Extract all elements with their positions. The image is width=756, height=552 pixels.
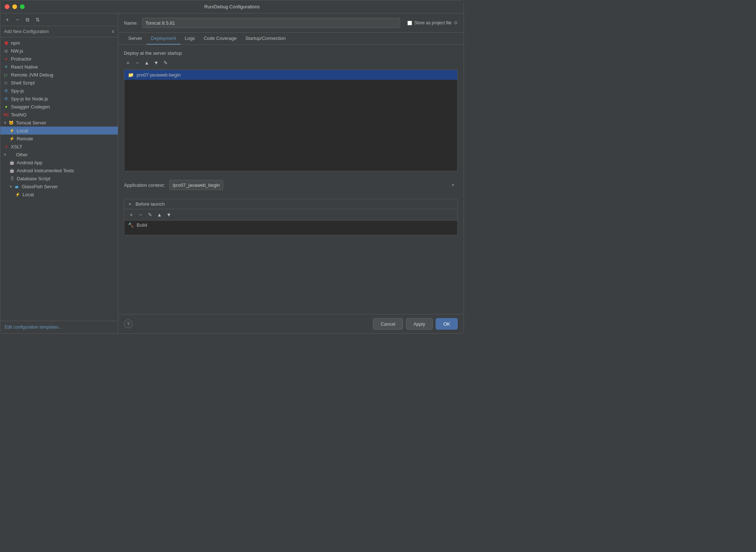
tree-item-label: React Native [11,64,38,70]
deploy-add-btn[interactable]: + [124,59,132,67]
tree-item-nwjs[interactable]: ◎ NW.js [0,47,118,55]
expand-arrow: ▼ [3,153,7,157]
bl-item-build[interactable]: 🔨 Build [124,221,457,230]
deploy-item-pro07[interactable]: 📁 pro07-javaweb-begin [124,70,457,80]
bl-edit-icon: ✎ [148,212,152,218]
tree-item-other[interactable]: ▼ Other [0,151,118,158]
bl-add-btn[interactable]: + [127,211,135,219]
config-tree: ▣ npm ◎ NW.js ● Protractor ⚛ React Nativ… [0,37,118,321]
tree-item-spy-js-node[interactable]: ⚙ Spy-js for Node.js [0,95,118,103]
tab-server[interactable]: Server [124,33,146,45]
deployment-panel: Deploy at the server startup + − ▲ ▼ [118,45,464,314]
left-toolbar: + − ⧉ ⇅ [0,13,118,26]
deploy-remove-icon: − [136,60,139,66]
window-title: Run/Debug Configurations [204,4,259,9]
bottom-bar: ? Cancel Apply OK [118,314,464,333]
store-project-checkbox[interactable] [407,21,412,25]
tab-code-coverage[interactable]: Code Coverage [199,33,241,45]
filter-icon[interactable]: ≡ [112,29,114,34]
deploy-list: 📁 pro07-javaweb-begin [124,70,458,171]
swagger-icon: ● [3,104,9,110]
tree-item-label: Local [17,128,28,133]
tree-item-npm[interactable]: ▣ npm [0,39,118,47]
tree-item-swagger[interactable]: ● Swagger Codegen [0,103,118,111]
tree-item-label: Spy-js for Node.js [11,96,48,102]
deploy-edit-btn[interactable]: ✎ [162,59,170,67]
tree-item-label: Local [22,192,34,197]
titlebar: Run/Debug Configurations [0,0,464,13]
tab-code-coverage-label: Code Coverage [204,36,237,41]
deploy-section: Deploy at the server startup + − ▲ ▼ [124,50,458,171]
tree-item-label: Android Instrumented Tests [17,168,74,173]
tab-deployment[interactable]: Deployment [146,33,180,45]
action-buttons: Cancel Apply OK [373,318,458,330]
apply-button[interactable]: Apply [406,318,433,330]
deploy-toolbar: + − ▲ ▼ ✎ [124,59,458,67]
bl-remove-icon: − [139,212,142,218]
tree-item-label: Swagger Codegen [11,104,50,110]
deploy-up-btn[interactable]: ▲ [143,59,151,67]
deploy-down-btn[interactable]: ▼ [152,59,160,67]
tree-item-xslt[interactable]: ✕ XSLT [0,143,118,151]
tree-item-android-inst[interactable]: 🤖 Android Instrumented Tests [0,166,118,174]
react-icon: ⚛ [3,64,9,70]
close-button[interactable] [5,4,9,9]
tree-item-testng[interactable]: NG TestNG [0,111,118,119]
tree-item-label: npm [11,40,20,46]
app-context-row: Application context: /pro07_javaweb_begi… [124,177,458,193]
before-launch-arrow-icon: ▼ [128,202,132,206]
tree-item-protractor[interactable]: ● Protractor [0,55,118,63]
tree-item-remote-jvm[interactable]: ▷ Remote JVM Debug [0,71,118,79]
copy-config-button[interactable]: ⧉ [24,16,32,24]
tree-item-shell-script[interactable]: ▷ Shell Script [0,79,118,87]
tab-startup[interactable]: Startup/Connection [241,33,290,45]
edit-templates-link[interactable]: Edit configuration templates... [0,321,118,333]
deploy-up-icon: ▲ [144,60,149,66]
tree-item-label: Database Script [17,176,50,181]
deploy-remove-btn[interactable]: − [133,59,141,67]
remove-config-button[interactable]: − [13,16,21,24]
bl-edit-btn[interactable]: ✎ [146,211,154,219]
nwjs-icon: ◎ [3,48,9,54]
add-config-button[interactable]: + [3,16,11,24]
tree-item-tomcat-server[interactable]: ▼ 🐱 Tomcat Server [0,119,118,127]
tree-item-spy-js[interactable]: ⚙ Spy-js [0,87,118,95]
app-context-label: Application context: [124,182,165,188]
bl-item-label: Build [137,222,147,228]
xslt-icon: ✕ [3,144,9,149]
app-context-select[interactable]: /pro07_javaweb_begin [169,180,223,190]
bl-up-btn[interactable]: ▲ [155,211,163,219]
deploy-add-icon: + [126,60,129,66]
tab-startup-label: Startup/Connection [245,36,286,41]
tree-item-android-app[interactable]: 🤖 Android App [0,158,118,166]
tree-item-react-native[interactable]: ⚛ React Native [0,63,118,71]
tree-item-local[interactable]: ⚡ Local [0,127,118,135]
tab-server-label: Server [128,36,142,41]
before-launch-header[interactable]: ▼ Before launch [124,199,457,209]
window-controls [5,4,25,9]
sort-config-button[interactable]: ⇅ [34,16,42,24]
deploy-edit-icon: ✎ [163,60,168,66]
right-panel: Name: Store as project file ⚙ Server Dep… [118,13,464,333]
store-project-option: Store as project file ⚙ [407,20,458,25]
tree-item-glassfish[interactable]: ▼ 🐟 GlassFish Server [0,182,118,190]
glassfish-local-icon: ⚡ [15,191,21,197]
tab-logs[interactable]: Logs [180,33,199,45]
config-header: Add New Configuration ≡ [0,26,118,37]
cancel-button[interactable]: Cancel [373,318,403,330]
tree-item-label: XSLT [11,144,22,149]
db-icon: 🗄 [9,176,15,181]
config-header-title: Add New Configuration [4,29,49,34]
settings-gear-icon[interactable]: ⚙ [454,20,458,25]
minimize-button[interactable] [12,4,17,9]
help-button[interactable]: ? [124,320,133,328]
tree-item-remote[interactable]: ⚡ Remote [0,135,118,143]
ok-button[interactable]: OK [436,318,458,330]
tree-item-database-script[interactable]: 🗄 Database Script [0,174,118,182]
tree-item-glassfish-local[interactable]: ⚡ Local [0,190,118,198]
maximize-button[interactable] [20,4,25,9]
bl-remove-btn[interactable]: − [137,211,145,219]
name-input[interactable] [142,18,400,28]
bl-down-btn[interactable]: ▼ [165,211,173,219]
spyjs-icon: ⚙ [3,88,9,94]
